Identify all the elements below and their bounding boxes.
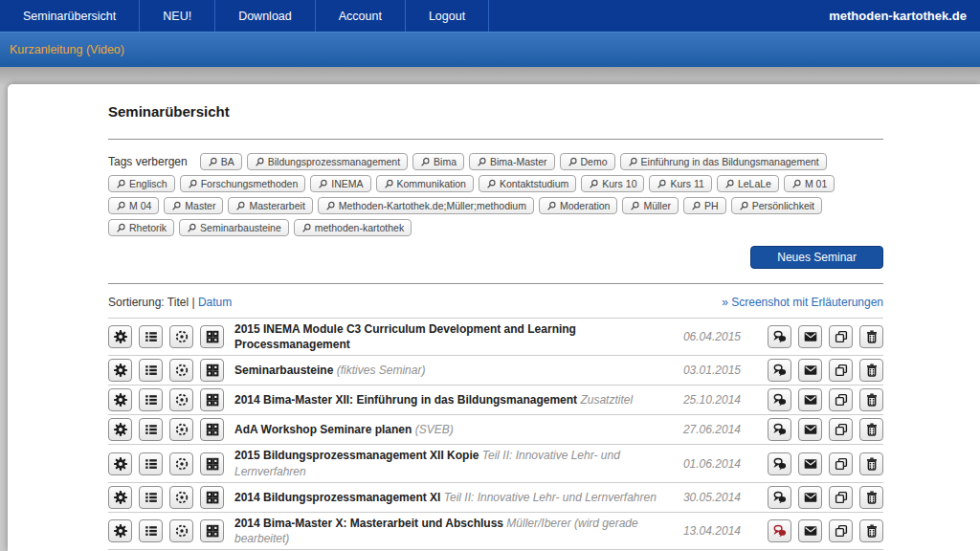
focus-button[interactable] — [169, 388, 193, 411]
comments-button[interactable] — [768, 325, 791, 348]
tag-chip[interactable]: Rhetorik — [108, 219, 174, 236]
delete-button[interactable] — [859, 418, 883, 441]
copy-button[interactable] — [829, 325, 853, 348]
delete-button[interactable] — [859, 519, 883, 542]
tag-chip[interactable]: Bildungsprozessmanagement — [247, 153, 408, 170]
settings-button[interactable] — [108, 519, 132, 542]
tag-chip[interactable]: Seminarbausteine — [179, 219, 289, 236]
comments-button[interactable] — [768, 359, 791, 382]
tag-chip[interactable]: Master — [164, 197, 223, 214]
tag-chip[interactable]: Bima-Master — [469, 153, 555, 170]
nav-item[interactable]: Download — [215, 0, 316, 32]
comments-button[interactable] — [768, 519, 791, 542]
seminar-row: AdA Workshop Seminare planen (SVEB) 27.0… — [108, 414, 883, 444]
details-button[interactable] — [139, 325, 163, 348]
screenshot-help-link[interactable]: » Screenshot mit Erläuterungen — [722, 296, 883, 309]
delete-button[interactable] — [859, 388, 883, 411]
quickguide-video-link[interactable]: Kurzanleitung (Video) — [10, 43, 124, 56]
tag-chip[interactable]: Moderation — [539, 197, 618, 214]
tag-chip[interactable]: Bima — [412, 153, 464, 170]
delete-button[interactable] — [859, 486, 883, 509]
details-button[interactable] — [139, 519, 163, 542]
mail-button[interactable] — [798, 418, 822, 441]
settings-button[interactable] — [108, 359, 132, 382]
mail-button[interactable] — [798, 486, 822, 509]
copy-icon — [834, 523, 849, 539]
tag-chip[interactable]: Forschungsmethoden — [180, 175, 306, 192]
copy-button[interactable] — [829, 452, 853, 475]
tag-chip[interactable]: Demo — [560, 153, 615, 170]
tag-chip[interactable]: M 04 — [108, 197, 159, 214]
tag-chip[interactable]: Methoden-Kartothek.de;Müller;methodium — [318, 197, 534, 214]
tag-chip[interactable]: Kurs 10 — [581, 175, 644, 192]
tag-chip[interactable]: Kontaktstudium — [479, 175, 576, 192]
tag-chip[interactable]: Englisch — [108, 175, 175, 192]
tag-chip[interactable]: Müller — [622, 197, 679, 214]
sort-by-date[interactable]: Datum — [198, 296, 232, 309]
details-button[interactable] — [139, 388, 163, 411]
tag-chip[interactable]: LeLaLe — [717, 175, 779, 192]
chat-icon — [772, 523, 788, 539]
mail-button[interactable] — [798, 388, 822, 411]
tag-chip[interactable]: PH — [683, 197, 726, 214]
cards-button[interactable] — [200, 486, 224, 509]
tag-chip[interactable]: BA — [200, 153, 242, 170]
focus-button[interactable] — [169, 359, 193, 382]
delete-button[interactable] — [859, 359, 883, 382]
nav-item[interactable]: Seminarübersicht — [0, 0, 140, 32]
new-seminar-button[interactable]: Neues Seminar — [750, 246, 883, 269]
tag-chip[interactable]: M 01 — [784, 175, 835, 192]
focus-button[interactable] — [169, 418, 193, 441]
tag-chip[interactable]: INEMA — [310, 175, 370, 192]
copy-button[interactable] — [829, 486, 853, 509]
mail-button[interactable] — [798, 359, 822, 382]
nav-item[interactable]: NEU! — [140, 0, 215, 32]
settings-button[interactable] — [108, 418, 132, 441]
cards-button[interactable] — [200, 519, 224, 542]
cards-button[interactable] — [200, 388, 224, 411]
settings-button[interactable] — [108, 388, 132, 411]
mail-button[interactable] — [798, 325, 822, 348]
tag-chip[interactable]: Masterarbeit — [228, 197, 312, 214]
tags-toggle[interactable]: Tags verbergen — [108, 155, 188, 168]
details-button[interactable] — [139, 359, 163, 382]
settings-button[interactable] — [108, 452, 132, 475]
tag-chip[interactable]: Persönlichkeit — [731, 197, 822, 214]
settings-button[interactable] — [108, 325, 132, 348]
list-icon — [144, 363, 159, 378]
copy-button[interactable] — [829, 418, 853, 441]
focus-button[interactable] — [169, 452, 193, 475]
tag-chip[interactable]: methoden-kartothek — [294, 219, 412, 236]
comments-button[interactable] — [768, 388, 791, 411]
delete-button[interactable] — [859, 452, 883, 475]
settings-button[interactable] — [108, 486, 132, 509]
tag-chip[interactable]: Einführung in das Bildungsmanagement — [620, 153, 827, 170]
magnifier-icon — [589, 179, 599, 189]
comments-button[interactable] — [768, 452, 791, 475]
nav-item[interactable]: Logout — [406, 0, 489, 32]
copy-button[interactable] — [829, 359, 853, 382]
nav-item[interactable]: Account — [316, 0, 406, 32]
tag-chip[interactable]: Kurs 11 — [649, 175, 711, 192]
focus-button[interactable] — [169, 519, 193, 542]
cards-button[interactable] — [200, 452, 224, 475]
tag-chip[interactable]: Kommunikation — [376, 175, 474, 192]
focus-button[interactable] — [169, 486, 193, 509]
cards-button[interactable] — [200, 325, 224, 348]
chat-icon — [772, 392, 788, 408]
mail-button[interactable] — [798, 519, 822, 542]
delete-button[interactable] — [859, 325, 883, 348]
sort-by-title[interactable]: Titel — [167, 296, 189, 309]
comments-button[interactable] — [768, 418, 791, 441]
details-button[interactable] — [139, 452, 163, 475]
comments-button[interactable] — [768, 486, 791, 509]
copy-button[interactable] — [829, 388, 853, 411]
cards-button[interactable] — [200, 418, 224, 441]
mail-button[interactable] — [798, 452, 822, 475]
details-button[interactable] — [139, 418, 163, 441]
details-button[interactable] — [139, 486, 163, 509]
cards-button[interactable] — [200, 359, 224, 382]
seminar-title-block: 2015 INEMA Module C3 Curriculum Developm… — [234, 321, 664, 352]
focus-button[interactable] — [169, 325, 193, 348]
copy-button[interactable] — [829, 519, 853, 542]
